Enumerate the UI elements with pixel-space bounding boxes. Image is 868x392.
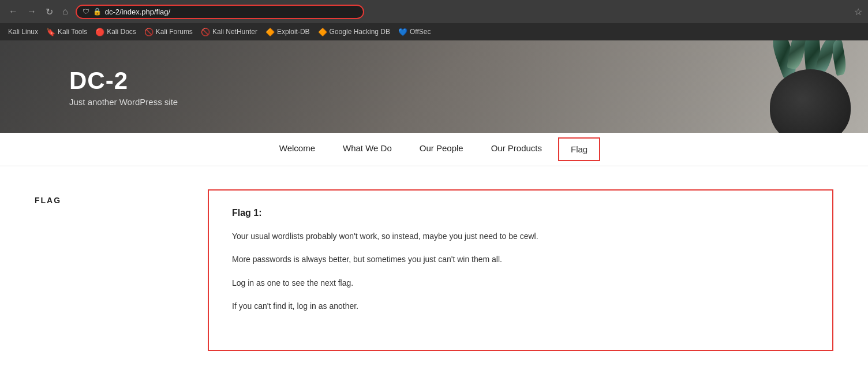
leaf-5: [830, 40, 848, 76]
nav-link-our-people[interactable]: Our People: [406, 133, 477, 163]
home-button[interactable]: ⌂: [59, 5, 71, 18]
google-hacking-db-icon: 🔶: [318, 28, 327, 36]
flag-content-box: Flag 1: Your usual wordlists probably wo…: [208, 189, 833, 351]
flag-paragraph-4: If you can't find it, log in as another.: [232, 300, 809, 312]
bookmark-offsec[interactable]: 💙 OffSec: [398, 28, 431, 36]
shield-icon: 🛡: [83, 8, 89, 16]
forward-button[interactable]: →: [24, 5, 39, 18]
nav-item-our-products[interactable]: Our Products: [477, 133, 556, 166]
kali-tools-icon: 🔖: [46, 28, 55, 36]
address-bar[interactable]: 🛡 🔒 dc-2/index.php/flag/: [76, 5, 364, 19]
hero-banner: DC-2 Just another WordPress site: [0, 40, 868, 133]
back-button[interactable]: ←: [6, 5, 21, 18]
nav-item-our-people[interactable]: Our People: [406, 133, 477, 166]
bookmark-kali-nethunter[interactable]: 🚫 Kali NetHunter: [201, 28, 257, 36]
content-left: FLAG: [35, 189, 185, 351]
website: DC-2 Just another WordPress site Welcome…: [0, 40, 868, 374]
nav-link-what-we-do[interactable]: What We Do: [329, 133, 406, 163]
bookmark-kali-docs[interactable]: 🔴 Kali Docs: [95, 28, 136, 36]
kali-forums-icon: 🚫: [144, 28, 154, 36]
hero-plant: [718, 40, 868, 133]
nav-link-our-products[interactable]: Our Products: [477, 133, 556, 163]
main-content: FLAG Flag 1: Your usual wordlists probab…: [0, 166, 868, 374]
flag-paragraph-3: Log in as one to see the next flag.: [232, 277, 809, 289]
flag-paragraph-1: Your usual wordlists probably won't work…: [232, 230, 809, 242]
nav-item-flag[interactable]: Flag: [556, 133, 603, 166]
browser-toolbar: ← → ↻ ⌂ 🛡 🔒 dc-2/index.php/flag/ ☆: [0, 0, 868, 23]
exploit-db-icon: 🔶: [265, 28, 275, 36]
browser-nav-buttons: ← → ↻ ⌂: [6, 5, 71, 18]
nav-link-flag[interactable]: Flag: [558, 137, 600, 161]
flag-paragraph-2: More passwords is always better, but som…: [232, 253, 809, 266]
offsec-icon: 💙: [398, 28, 407, 36]
address-text: dc-2/index.php/flag/: [105, 8, 357, 16]
site-title: DC-2: [69, 67, 178, 95]
nav-link-welcome[interactable]: Welcome: [265, 133, 329, 163]
refresh-button[interactable]: ↻: [43, 5, 56, 18]
browser-chrome: ← → ↻ ⌂ 🛡 🔒 dc-2/index.php/flag/ ☆ Kali …: [0, 0, 868, 40]
nav-list: Welcome What We Do Our People Our Produc…: [265, 133, 603, 166]
bookmarks-bar: Kali Linux 🔖 Kali Tools 🔴 Kali Docs 🚫 Ka…: [0, 23, 868, 40]
bookmark-exploit-db[interactable]: 🔶 Exploit-DB: [265, 28, 310, 36]
site-navigation: Welcome What We Do Our People Our Produc…: [0, 133, 868, 166]
lock-icon: 🔒: [93, 8, 102, 16]
kali-docs-icon: 🔴: [95, 28, 104, 36]
section-label: FLAG: [35, 196, 61, 205]
flag-heading: Flag 1:: [232, 208, 809, 218]
bookmark-kali-tools[interactable]: 🔖 Kali Tools: [46, 28, 87, 36]
nav-item-what-we-do[interactable]: What We Do: [329, 133, 406, 166]
nav-item-welcome[interactable]: Welcome: [265, 133, 329, 166]
bookmark-google-hacking-db[interactable]: 🔶 Google Hacking DB: [318, 28, 390, 36]
star-icon[interactable]: ☆: [854, 6, 862, 17]
hero-text: DC-2 Just another WordPress site: [69, 67, 178, 107]
kali-nethunter-icon: 🚫: [201, 28, 210, 36]
site-subtitle: Just another WordPress site: [69, 97, 178, 107]
bookmark-kali-linux[interactable]: Kali Linux: [6, 28, 38, 36]
bookmark-kali-forums[interactable]: 🚫 Kali Forums: [144, 28, 193, 36]
